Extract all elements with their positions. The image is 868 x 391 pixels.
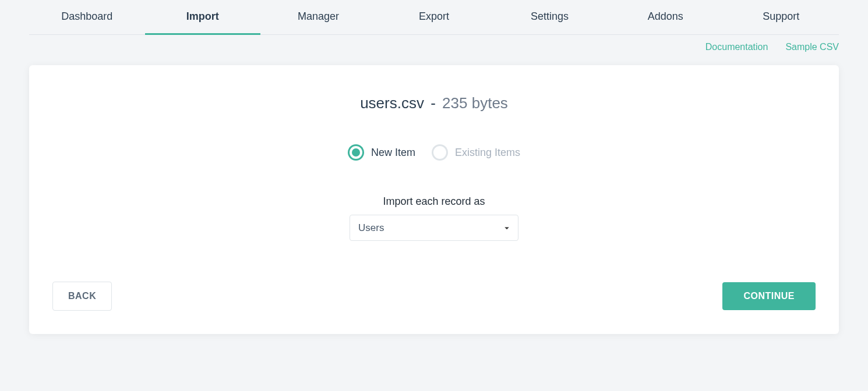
import-record-label: Import each record as [52,196,816,208]
radio-new-item[interactable]: New Item [348,144,415,161]
file-separator: - [431,94,436,112]
import-mode-radio-group: New Item Existing Items [52,144,816,161]
tab-addons[interactable]: Addons [608,0,724,34]
tab-support[interactable]: Support [723,0,839,34]
continue-button[interactable]: CONTINUE [722,282,816,310]
nav-tabs: Dashboard Import Manager Export Settings… [29,0,839,35]
back-button[interactable]: BACK [52,282,112,311]
file-size: 235 bytes [442,94,508,112]
file-name: users.csv [360,94,424,112]
import-record-select[interactable]: Users [350,215,518,241]
file-header: users.csv - 235 bytes [52,94,816,112]
tab-import[interactable]: Import [145,0,261,35]
tab-settings[interactable]: Settings [492,0,608,34]
import-card: users.csv - 235 bytes New Item Existing … [29,65,839,334]
documentation-link[interactable]: Documentation [705,42,768,52]
radio-existing-items[interactable]: Existing Items [432,144,520,161]
radio-label-existing-items: Existing Items [455,147,520,159]
radio-label-new-item: New Item [371,147,415,159]
card-footer: BACK CONTINUE [52,282,816,311]
tab-manager[interactable]: Manager [260,0,376,34]
sample-csv-link[interactable]: Sample CSV [785,42,839,52]
tab-dashboard[interactable]: Dashboard [29,0,145,34]
tab-export[interactable]: Export [376,0,492,34]
sub-links: Documentation Sample CSV [29,35,839,59]
radio-circle-icon [432,144,448,161]
radio-circle-icon [348,144,364,161]
import-record-group: Import each record as Users [52,196,816,241]
